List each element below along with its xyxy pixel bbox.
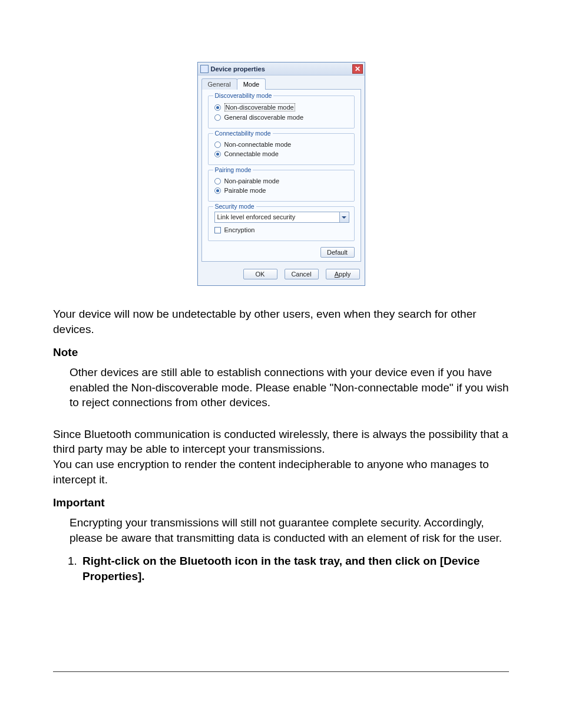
group-discoverability: Discoverability mode Non-discoverable mo… xyxy=(208,95,355,129)
ok-button[interactable]: OK xyxy=(243,269,277,279)
radio-non-discoverable[interactable]: Non-discoverable mode xyxy=(214,103,349,111)
radio-label-connectable: Connectable mode xyxy=(224,150,279,157)
steps-list: Right-click on the Bluetooth icon in the… xyxy=(53,554,509,584)
group-connectability: Connectability mode Non-connectable mode… xyxy=(208,133,355,165)
checkbox-icon xyxy=(214,227,221,233)
radio-icon xyxy=(214,141,221,148)
encryption-checkbox[interactable]: Encryption xyxy=(214,226,349,233)
radio-pairable[interactable]: Pairable mode xyxy=(214,187,349,194)
radio-label-general-discoverable: General discoverable mode xyxy=(224,114,304,121)
group-connectability-legend: Connectability mode xyxy=(213,130,273,137)
chevron-down-icon[interactable] xyxy=(340,212,349,223)
group-security: Security mode Link level enforced securi… xyxy=(208,206,355,241)
tabpanel-mode: Discoverability mode Non-discoverable mo… xyxy=(201,89,361,262)
default-button[interactable]: Default xyxy=(320,247,355,258)
important-heading: Important xyxy=(53,495,509,510)
group-pairing: Pairing mode Non-pairable mode Pairable … xyxy=(208,170,355,202)
radio-label-pairable: Pairable mode xyxy=(224,187,266,194)
note-body: Other devices are still able to establis… xyxy=(53,365,509,410)
note-heading: Note xyxy=(53,345,509,360)
radio-general-discoverable[interactable]: General discoverable mode xyxy=(214,114,349,121)
paragraph: Your device will now be undetectable by … xyxy=(53,307,509,337)
radio-icon xyxy=(214,104,221,111)
important-body: Encrypting your transmissions will still… xyxy=(53,515,509,545)
security-select[interactable]: Link level enforced security xyxy=(214,212,349,223)
radio-icon xyxy=(214,178,221,185)
radio-non-connectable[interactable]: Non-connectable mode xyxy=(214,141,349,148)
close-icon[interactable]: ✕ xyxy=(352,64,363,74)
radio-connectable[interactable]: Connectable mode xyxy=(214,150,349,157)
group-pairing-legend: Pairing mode xyxy=(213,166,253,173)
tab-general[interactable]: General xyxy=(201,78,237,90)
radio-icon xyxy=(214,187,221,194)
tab-mode[interactable]: Mode xyxy=(237,78,266,90)
radio-label-non-connectable: Non-connectable mode xyxy=(224,141,292,148)
radio-label-non-discoverable: Non-discoverable mode xyxy=(224,103,295,111)
tabstrip: General Mode xyxy=(198,75,365,90)
radio-non-pairable[interactable]: Non-pairable mode xyxy=(214,177,349,185)
document-body: Your device will now be undetectable by … xyxy=(53,307,509,584)
device-properties-dialog: Device properties ✕ General Mode Discove… xyxy=(197,62,365,286)
group-security-legend: Security mode xyxy=(213,203,256,210)
encryption-label: Encryption xyxy=(224,226,255,233)
group-discoverability-legend: Discoverability mode xyxy=(213,92,274,99)
security-select-value: Link level enforced security xyxy=(214,212,340,223)
paragraph: Since Bluetooth communication is conduct… xyxy=(53,427,509,487)
dialog-title: Device properties xyxy=(211,65,265,73)
app-icon xyxy=(200,65,209,73)
radio-icon xyxy=(214,114,221,121)
radio-icon xyxy=(214,151,221,157)
step-1: Right-click on the Bluetooth icon in the… xyxy=(80,554,509,584)
radio-label-non-pairable: Non-pairable mode xyxy=(224,177,280,185)
titlebar[interactable]: Device properties ✕ xyxy=(198,62,365,75)
cancel-button[interactable]: Cancel xyxy=(285,269,319,279)
apply-button[interactable]: Apply xyxy=(326,269,360,279)
